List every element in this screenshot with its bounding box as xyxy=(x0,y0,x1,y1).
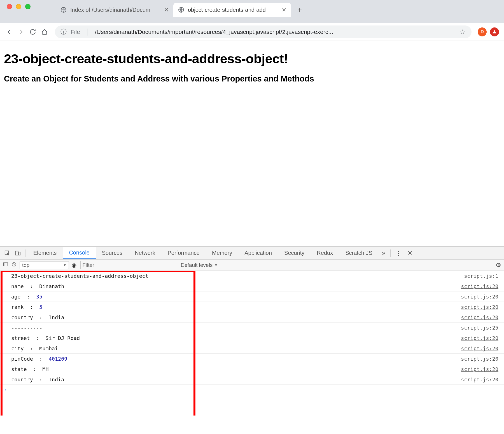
browser-toolbar: ⓘ File │ /Users/dinanath/Documents/impor… xyxy=(0,23,504,41)
log-source-link[interactable]: script.js:20 xyxy=(461,366,498,372)
new-tab-button[interactable]: ＋ xyxy=(295,5,304,14)
console-settings-icon[interactable]: ⚙ xyxy=(496,262,501,269)
maximize-window-button[interactable] xyxy=(25,4,31,9)
console-log-row: state : MHscript.js:20 xyxy=(0,364,504,374)
log-message: pinCode : 401209 xyxy=(11,356,461,362)
console-log-row: ----------script.js:25 xyxy=(0,323,504,333)
url-path: /Users/dinanath/Documents/important/reso… xyxy=(95,29,456,35)
globe-icon xyxy=(178,6,185,13)
log-message: street : Sir DJ Road xyxy=(11,335,461,341)
log-source-link[interactable]: script.js:25 xyxy=(461,325,498,331)
device-toolbar-icon[interactable] xyxy=(13,248,23,258)
console-log-row: city : Mumbaiscript.js:20 xyxy=(0,343,504,354)
console-filter-input[interactable] xyxy=(80,261,173,269)
log-source-link[interactable]: script.js:1 xyxy=(464,273,498,279)
log-source-link[interactable]: script.js:20 xyxy=(461,377,498,382)
devtools-tab-performance[interactable]: Performance xyxy=(162,247,206,259)
devtools-panel: ElementsConsoleSourcesNetworkPerformance… xyxy=(0,246,504,416)
svg-rect-3 xyxy=(16,251,18,255)
svg-rect-5 xyxy=(4,263,8,266)
devtools-tab-security[interactable]: Security xyxy=(278,247,311,259)
log-source-link[interactable]: script.js:20 xyxy=(461,346,498,351)
address-bar[interactable]: ⓘ File │ /Users/dinanath/Documents/impor… xyxy=(55,25,472,38)
context-value: top xyxy=(22,262,29,268)
log-message: name : Dinanath xyxy=(11,283,461,289)
log-message: city : Mumbai xyxy=(11,346,461,351)
log-source-link[interactable]: script.js:20 xyxy=(461,283,498,289)
console-log-row: rank : 5script.js:20 xyxy=(0,302,504,312)
close-window-button[interactable] xyxy=(7,4,12,9)
page-h1: 23-object-create-students-and-address-ob… xyxy=(4,51,500,66)
tab-title: object-create-students-and-add xyxy=(188,7,279,13)
page-h2: Create an Object for Students and Addres… xyxy=(4,74,500,83)
reload-button[interactable] xyxy=(29,28,37,36)
browser-tab-inactive[interactable]: Index of /Users/dinanath/Docum ✕ xyxy=(56,3,173,17)
forward-button[interactable] xyxy=(17,28,25,36)
console-log-row: country : Indiascript.js:20 xyxy=(0,312,504,323)
chevron-down-icon: ▼ xyxy=(63,263,66,267)
back-button[interactable] xyxy=(5,28,13,36)
page-body: 23-object-create-students-and-address-ob… xyxy=(0,41,504,96)
devtools-tab-network[interactable]: Network xyxy=(129,247,161,259)
sync-error-icon[interactable] xyxy=(490,27,499,36)
devtools-tab-application[interactable]: Application xyxy=(238,247,278,259)
console-prompt[interactable]: › xyxy=(0,385,504,394)
profile-avatar[interactable]: D xyxy=(478,27,487,36)
log-message: country : India xyxy=(11,314,461,320)
info-icon[interactable]: ⓘ xyxy=(60,28,67,36)
devtools-close-icon[interactable]: ✕ xyxy=(405,249,415,257)
log-message: ---------- xyxy=(11,325,461,331)
console-log-row: pinCode : 401209script.js:20 xyxy=(0,354,504,364)
log-message: 23-object-create-students-and-address-ob… xyxy=(11,273,464,279)
log-source-link[interactable]: script.js:20 xyxy=(461,304,498,310)
console-toolbar: top ▼ ◉ Default levels ▼ ⚙ xyxy=(0,260,504,271)
close-tab-icon[interactable]: ✕ xyxy=(164,6,169,13)
clear-console-icon[interactable] xyxy=(11,262,17,269)
inspect-element-icon[interactable] xyxy=(2,248,12,258)
browser-tab-active[interactable]: object-create-students-and-add ✕ xyxy=(173,3,291,17)
log-message: rank : 5 xyxy=(11,304,461,310)
url-scheme: File xyxy=(71,29,80,35)
devtools-tab-scratch-js[interactable]: Scratch JS xyxy=(339,247,379,259)
tab-strip: Index of /Users/dinanath/Docum ✕ object-… xyxy=(0,0,504,17)
devtools-menu-icon[interactable]: ⋮ xyxy=(392,250,405,256)
bookmark-star-icon[interactable]: ☆ xyxy=(460,28,466,36)
log-message: state : MH xyxy=(11,366,461,372)
console-log-row: street : Sir DJ Roadscript.js:20 xyxy=(0,333,504,343)
log-message: country : India xyxy=(11,377,461,382)
log-message: age : 35 xyxy=(11,294,461,300)
browser-chrome: Index of /Users/dinanath/Docum ✕ object-… xyxy=(0,0,504,23)
log-levels-dropdown[interactable]: Default levels ▼ xyxy=(181,262,218,268)
devtools-tab-console[interactable]: Console xyxy=(63,247,95,259)
home-button[interactable] xyxy=(40,28,49,36)
console-log-row: name : Dinanathscript.js:20 xyxy=(0,281,504,291)
close-tab-icon[interactable]: ✕ xyxy=(282,6,286,13)
console-log-row: country : Indiascript.js:20 xyxy=(0,374,504,385)
globe-icon xyxy=(60,6,67,13)
devtools-tab-redux[interactable]: Redux xyxy=(311,247,339,259)
chevron-down-icon: ▼ xyxy=(214,263,218,267)
svg-rect-4 xyxy=(19,252,20,255)
tab-title: Index of /Users/dinanath/Docum xyxy=(70,7,162,13)
devtools-tabstrip: ElementsConsoleSourcesNetworkPerformance… xyxy=(0,247,504,260)
toggle-sidebar-icon[interactable] xyxy=(3,262,8,269)
console-log-row: age : 35script.js:20 xyxy=(0,291,504,302)
log-source-link[interactable]: script.js:20 xyxy=(461,294,498,300)
log-source-link[interactable]: script.js:20 xyxy=(461,335,498,341)
context-dropdown[interactable]: top ▼ xyxy=(20,261,69,269)
devtools-tab-sources[interactable]: Sources xyxy=(96,247,129,259)
devtools-tab-memory[interactable]: Memory xyxy=(206,247,238,259)
live-expression-icon[interactable]: ◉ xyxy=(72,262,76,269)
console-output: 23-object-create-students-and-address-ob… xyxy=(0,271,504,416)
log-source-link[interactable]: script.js:20 xyxy=(461,356,498,362)
minimize-window-button[interactable] xyxy=(16,4,21,9)
overflow-tabs-icon[interactable]: » xyxy=(379,249,389,257)
log-source-link[interactable]: script.js:20 xyxy=(461,314,498,320)
console-log-row: 23-object-create-students-and-address-ob… xyxy=(0,271,504,281)
devtools-tab-elements[interactable]: Elements xyxy=(27,247,63,259)
window-controls xyxy=(7,4,31,9)
